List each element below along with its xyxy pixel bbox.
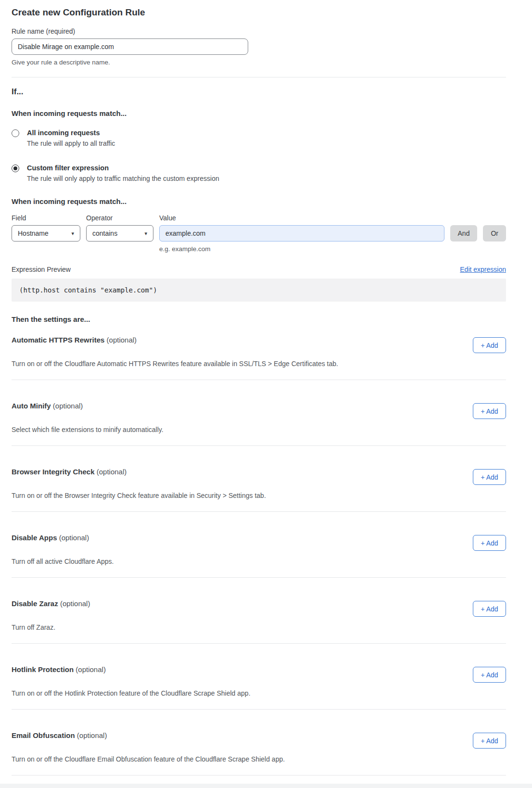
add-button[interactable]: + Add <box>473 337 506 353</box>
field-select-value: Hostname <box>18 229 49 237</box>
operator-label: Operator <box>86 214 153 222</box>
add-button[interactable]: + Add <box>473 667 506 683</box>
expression-preview-code: (http.host contains "example.com") <box>12 279 506 302</box>
rule-name-input[interactable] <box>12 38 248 55</box>
setting-description: Turn on or off the Cloudflare Email Obfu… <box>12 755 506 763</box>
setting-title: Auto Minify (optional) <box>12 402 83 410</box>
expression-preview-label: Expression Preview <box>12 266 71 273</box>
if-heading: If... <box>12 87 506 97</box>
setting-description: Select which file extensions to minify a… <box>12 426 506 434</box>
match-heading: When incoming requests match... <box>12 109 506 117</box>
radio-label: Custom filter expression <box>27 164 219 172</box>
bottom-strip <box>0 784 532 788</box>
add-button[interactable]: + Add <box>473 601 506 617</box>
setting-title: Automatic HTTPS Rewrites (optional) <box>12 336 137 344</box>
chevron-down-icon: ▾ <box>71 230 74 237</box>
setting-disable-zaraz: Disable Zaraz (optional) + Add Turn off … <box>12 578 506 644</box>
section-divider <box>12 77 506 77</box>
setting-description: Turn on or off the Browser Integrity Che… <box>12 492 506 500</box>
setting-description: Turn off all active Cloudflare Apps. <box>12 558 506 566</box>
chevron-down-icon: ▾ <box>144 230 147 237</box>
setting-title: Disable Zaraz (optional) <box>12 599 90 608</box>
edit-expression-link[interactable]: Edit expression <box>460 266 506 273</box>
add-button[interactable]: + Add <box>473 469 506 485</box>
or-button[interactable]: Or <box>483 225 506 241</box>
field-label: Field <box>12 214 80 222</box>
add-button[interactable]: + Add <box>473 403 506 419</box>
radio-button-icon[interactable] <box>12 129 19 137</box>
radio-description: The rule will apply to all traffic <box>27 140 115 148</box>
radio-description: The rule will only apply to traffic matc… <box>27 175 219 183</box>
setting-description: Turn on or off the Hotlink Protection fe… <box>12 689 506 698</box>
create-configuration-rule-form: Create new Configuration Rule Rule name … <box>0 0 532 788</box>
radio-all-incoming-requests[interactable]: All incoming requests The rule will appl… <box>12 129 506 148</box>
setting-disable-apps: Disable Apps (optional) + Add Turn off a… <box>12 512 506 578</box>
expression-code-text: (http.host contains "example.com") <box>19 286 157 294</box>
expression-builder-heading: When incoming requests match... <box>12 197 506 205</box>
radio-custom-filter-expression[interactable]: Custom filter expression The rule will o… <box>12 164 506 183</box>
expression-builder-row: Field Hostname ▾ Operator contains ▾ Val… <box>12 214 506 241</box>
radio-label: All incoming requests <box>27 129 115 137</box>
setting-hotlink-protection: Hotlink Protection (optional) + Add Turn… <box>12 644 506 710</box>
setting-title: Hotlink Protection (optional) <box>12 665 106 674</box>
page-title: Create new Configuration Rule <box>12 7 506 18</box>
setting-title: Email Obfuscation (optional) <box>12 731 107 740</box>
setting-automatic-https-rewrites: Automatic HTTPS Rewrites (optional) + Ad… <box>12 323 506 380</box>
and-button[interactable]: And <box>450 225 478 241</box>
setting-description: Turn on or off the Cloudflare Automatic … <box>12 360 506 368</box>
radio-button-icon[interactable] <box>12 165 19 172</box>
setting-browser-integrity-check: Browser Integrity Check (optional) + Add… <box>12 446 506 512</box>
operator-select[interactable]: contains ▾ <box>86 225 153 241</box>
add-button[interactable]: + Add <box>473 535 506 551</box>
value-input[interactable] <box>159 225 444 241</box>
setting-title: Browser Integrity Check (optional) <box>12 468 127 476</box>
setting-auto-minify: Auto Minify (optional) + Add Select whic… <box>12 380 506 446</box>
value-helper: e.g. example.com <box>159 245 506 253</box>
add-button[interactable]: + Add <box>473 733 506 749</box>
setting-title: Disable Apps (optional) <box>12 534 89 542</box>
value-label: Value <box>159 214 444 222</box>
operator-select-value: contains <box>92 229 117 237</box>
rule-name-helper: Give your rule a descriptive name. <box>12 59 506 66</box>
rule-name-label: Rule name (required) <box>12 27 506 35</box>
settings-heading: Then the settings are... <box>12 315 506 323</box>
setting-email-obfuscation: Email Obfuscation (optional) + Add Turn … <box>12 710 506 775</box>
setting-description: Turn off Zaraz. <box>12 623 506 632</box>
field-select[interactable]: Hostname ▾ <box>12 225 80 241</box>
